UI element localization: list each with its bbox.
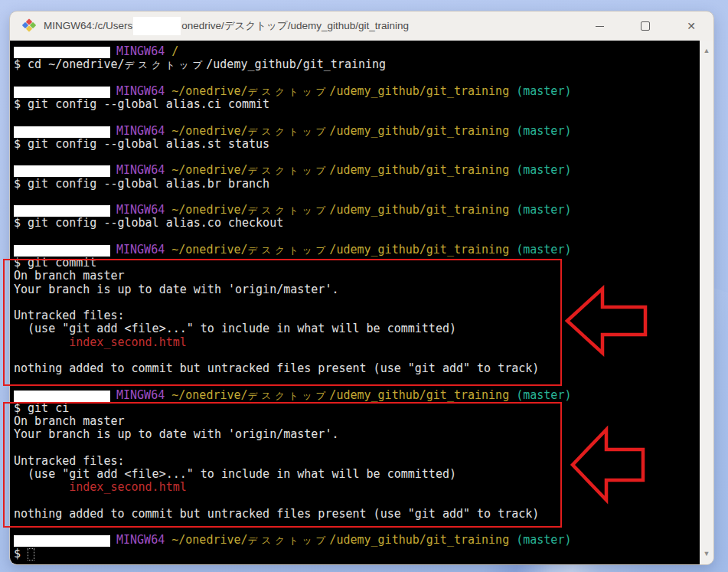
left-arrow-icon (570, 423, 646, 509)
terminal-text (509, 124, 516, 138)
prompt-branch: (master) (516, 84, 571, 98)
prompt-branch: (master) (516, 533, 571, 547)
terminal-text (165, 124, 171, 138)
terminal-line (14, 72, 700, 85)
terminal-text: デスクトップ (125, 59, 207, 70)
terminal-text (165, 84, 171, 98)
terminal-text (509, 533, 516, 547)
prompt-path: デスクトップ (248, 86, 330, 97)
terminal-line: $ git config --global alias.co checkout (14, 217, 700, 230)
prompt-path: ~/onedrive/ (171, 533, 247, 547)
terminal-line: MINGW64 ~/onedrive/デスクトップ/udemy_github/g… (14, 244, 700, 257)
highlight-box-git-commit (3, 259, 562, 386)
terminal-line: $ git config --global alias.ci commit (14, 98, 700, 111)
git-bash-icon (21, 18, 37, 34)
prompt-branch: (master) (516, 203, 571, 217)
redacted-username (14, 126, 110, 138)
terminal-text (165, 44, 171, 58)
terminal-line (14, 151, 700, 164)
prompt-path: デスクトップ (248, 126, 330, 137)
terminal-text: $ git config --global alias.st status (14, 137, 269, 151)
close-icon: ✕ (687, 21, 696, 31)
prompt-branch: (master) (516, 388, 571, 402)
prompt-path: /udemy_github/git_training (329, 124, 509, 138)
redacted-username (14, 165, 110, 177)
terminal-text (509, 388, 516, 402)
prompt-host: MINGW64 (116, 84, 165, 98)
scroll-up-icon[interactable]: ▲ (700, 47, 713, 54)
scrollbar[interactable]: ▲ ▼ (700, 41, 713, 564)
prompt-branch: (master) (516, 163, 571, 177)
prompt-path: ~/onedrive/ (171, 163, 247, 177)
prompt-host: MINGW64 (116, 533, 165, 547)
prompt-path: ~/onedrive/ (171, 124, 247, 138)
terminal-line: MINGW64 ~/onedrive/デスクトップ/udemy_github/g… (14, 204, 700, 217)
terminal-text: $ cd ~/onedrive/ (14, 57, 125, 71)
prompt-path: ~/onedrive/ (171, 388, 247, 402)
window-title: MINGW64:/c/Usersonedrive/デスクトップ/udemy_gi… (44, 17, 409, 35)
terminal-text (165, 163, 171, 177)
redacted-username (14, 47, 110, 58)
terminal-text (509, 243, 516, 257)
prompt-path: デスクトップ (248, 244, 330, 256)
terminal-line (14, 191, 700, 204)
prompt-host: MINGW64 (116, 388, 165, 402)
terminal-text: $ git config --global alias.ci commit (14, 97, 269, 111)
redacted-username (14, 245, 110, 257)
prompt-path: /udemy_github/git_training (329, 243, 509, 257)
terminal-cursor (28, 548, 34, 561)
close-button[interactable]: ✕ (675, 15, 707, 38)
prompt-host: MINGW64 (116, 243, 165, 257)
prompt-path: デスクトップ (248, 204, 330, 216)
prompt-branch: (master) (516, 124, 571, 138)
prompt-path: ~/onedrive/ (171, 243, 247, 257)
redacted-username (133, 17, 181, 35)
terminal-line: $ (14, 547, 700, 561)
terminal-text (165, 533, 171, 547)
titlebar[interactable]: MINGW64:/c/Usersonedrive/デスクトップ/udemy_gi… (10, 11, 713, 41)
terminal-line (14, 230, 700, 244)
prompt-path: /udemy_github/git_training (329, 163, 509, 177)
redacted-username (14, 535, 110, 547)
prompt-path: /udemy_github/git_training (329, 388, 509, 402)
terminal-text (165, 243, 171, 257)
prompt-path: / (171, 44, 178, 58)
terminal-line: MINGW64 ~/onedrive/デスクトップ/udemy_github/g… (14, 85, 700, 98)
prompt-path: デスクトップ (248, 534, 330, 546)
terminal-line: MINGW64 ~/onedrive/デスクトップ/udemy_github/g… (14, 389, 700, 402)
prompt-path: デスクトップ (248, 390, 330, 401)
maximize-icon (641, 21, 650, 31)
redacted-username (14, 391, 110, 402)
prompt-path: ~/onedrive/ (171, 84, 247, 98)
minimize-icon (596, 26, 604, 27)
terminal-line (14, 111, 700, 124)
terminal-text: $ (14, 547, 28, 561)
prompt-host: MINGW64 (116, 163, 165, 177)
terminal-line: MINGW64 ~/onedrive/デスクトップ/udemy_github/g… (14, 164, 700, 177)
prompt-host: MINGW64 (116, 44, 165, 58)
prompt-host: MINGW64 (116, 203, 165, 217)
terminal-line: $ cd ~/onedrive/デスクトップ/udemy_github/git_… (14, 58, 700, 71)
prompt-path: /udemy_github/git_training (329, 84, 509, 98)
scroll-down-icon[interactable]: ▼ (700, 551, 713, 557)
terminal-text: /udemy_github/git_training (206, 57, 386, 71)
terminal-line: MINGW64 ~/onedrive/デスクトップ/udemy_github/g… (14, 125, 700, 138)
terminal-text (509, 163, 516, 177)
maximize-button[interactable] (629, 15, 661, 38)
terminal-line: MINGW64 ~/onedrive/デスクトップ/udemy_github/g… (14, 534, 700, 547)
terminal-line: $ git config --global alias.st status (14, 138, 700, 151)
prompt-branch: (master) (516, 243, 571, 257)
prompt-host: MINGW64 (116, 124, 165, 138)
terminal-text (509, 203, 516, 217)
prompt-path: /udemy_github/git_training (329, 533, 509, 547)
minimize-button[interactable] (583, 15, 615, 38)
prompt-path: デスクトップ (248, 165, 330, 176)
prompt-path: ~/onedrive/ (171, 203, 247, 217)
terminal-line: MINGW64 / (14, 45, 700, 58)
terminal-text (165, 388, 171, 402)
redacted-username (14, 205, 110, 217)
redacted-username (14, 87, 110, 98)
window-controls: ✕ (570, 11, 707, 41)
terminal-line: $ git config --global alias.br branch (14, 178, 700, 191)
terminal-text: $ git config --global alias.co checkout (14, 216, 283, 230)
